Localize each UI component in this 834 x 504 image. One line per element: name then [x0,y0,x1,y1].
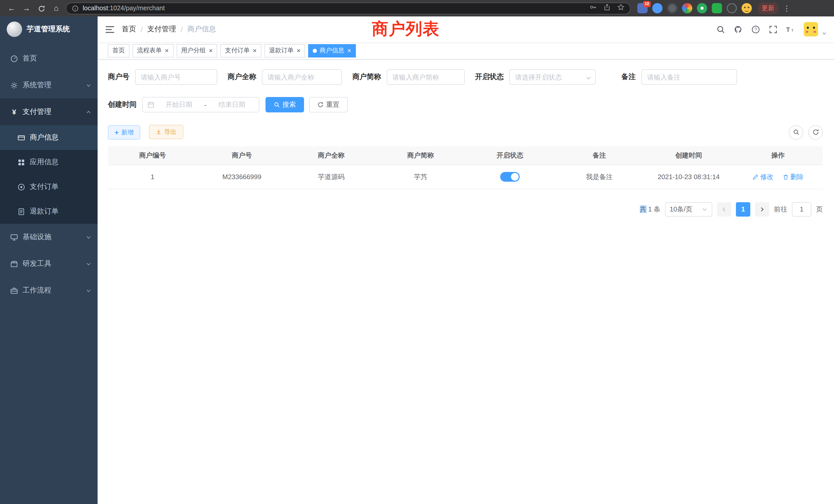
extension-icon-5[interactable] [697,3,707,13]
sidebar-item-merchant-info[interactable]: 商户信息 [0,125,97,150]
tab-user-group[interactable]: 用户分组× [176,44,217,57]
browser-home-icon[interactable]: ⌂ [49,0,64,17]
browser-forward-icon[interactable]: → [19,0,34,17]
refresh-icon [812,129,819,136]
tab-refund-order[interactable]: 退款订单× [264,44,305,57]
fullscreen-icon[interactable] [769,25,777,33]
toggle-search-button[interactable] [789,125,803,139]
page-info-icon[interactable] [72,5,79,12]
col-status: 开启状态 [465,146,555,165]
extension-icon-3[interactable] [667,3,677,13]
cell-short-name: 芋艿 [376,165,465,189]
page-size-select[interactable]: 10条/页 [665,202,712,216]
table-header-row: 商户编号 商户号 商户全称 商户简称 开启状态 备注 创建时间 操作 [108,146,823,165]
address-bar[interactable]: localhost:1024/pay/merchant [66,2,631,14]
browser-back-icon[interactable]: ← [4,0,19,17]
sidebar-item-infra[interactable]: 基础设施 [0,224,97,250]
breadcrumb-payment[interactable]: 支付管理 [147,25,176,34]
sidebar-item-home[interactable]: 首页 [0,45,97,72]
refresh-button[interactable] [808,125,823,139]
edit-link[interactable]: 修改 [752,172,773,181]
chevron-down-icon [86,261,91,267]
cell-merchant-id: 1 [108,165,197,189]
next-page-button[interactable] [755,202,769,216]
export-button[interactable]: 导出 [149,125,183,139]
trash-icon [783,174,789,180]
extension-icon-7[interactable] [727,3,737,13]
status-select[interactable] [509,69,596,85]
help-icon[interactable]: ? [751,25,760,33]
page-number-button[interactable]: 1 [736,202,750,216]
logo-avatar [7,22,22,37]
sidebar-item-dev-tools[interactable]: 研发工具 [0,250,97,277]
sidebar-item-system[interactable]: 系统管理 [0,72,97,98]
top-navbar: 首页 / 支付管理 / 商户信息 商户列表 ? [97,17,834,42]
create-time-label: 创建时间 [108,100,137,109]
date-separator: - [203,101,208,109]
merchant-no-label: 商户号 [108,72,129,82]
app-title: 芋道管理系统 [27,25,70,34]
tab-process-form[interactable]: 流程表单× [132,44,173,57]
merchant-table: 商户编号 商户号 商户全称 商户简称 开启状态 备注 创建时间 操作 1 M23… [108,146,823,189]
page-content: 商户号 商户全称 商户简称 开启状态 [97,60,834,216]
tab-home[interactable]: 首页 [108,44,129,57]
tab-merchant-info[interactable]: 商户信息× [308,44,356,57]
merchant-name-input[interactable] [262,69,342,85]
password-key-icon[interactable] [590,4,597,13]
close-icon[interactable]: × [209,47,213,54]
screen: ← → ⌂ localhost:1024/pay/merchant [0,0,834,504]
extension-badge: 10 [643,1,651,7]
close-icon[interactable]: × [253,47,257,54]
search-icon[interactable] [717,25,725,33]
chevron-down-icon [86,288,91,293]
delete-link[interactable]: 删除 [783,172,804,181]
status-toggle[interactable] [500,172,520,182]
date-end-placeholder: 结束日期 [210,100,254,109]
search-icon [793,129,799,136]
merchant-no-input[interactable] [135,69,217,85]
goto-label: 前往 [774,205,787,214]
user-avatar[interactable] [804,22,818,37]
goto-suffix: 页 [816,205,823,214]
remark-input[interactable] [641,69,737,85]
extension-icon-4[interactable] [682,3,692,13]
sidebar-item-refund-order[interactable]: 退款订单 [0,199,97,224]
prev-page-button[interactable] [717,202,731,216]
font-size-icon[interactable]: TT [786,25,795,33]
close-icon[interactable]: × [347,47,351,54]
share-icon[interactable] [603,4,611,13]
sidebar-item-payment[interactable]: ¥ 支付管理 [0,98,97,125]
github-icon[interactable] [734,25,743,33]
hamburger-icon[interactable] [105,25,114,33]
browser-menu-icon[interactable]: ⋮ [782,4,791,12]
extension-icon-6[interactable] [712,3,722,13]
goto-page-input[interactable] [792,202,811,216]
calendar-icon [147,101,155,108]
bookmark-star-icon[interactable] [617,4,624,13]
caret-down-icon[interactable] [822,31,827,36]
reset-button[interactable]: 重置 [309,97,348,112]
sidebar-item-app-info[interactable]: 应用信息 [0,150,97,175]
profile-avatar-icon[interactable] [742,3,752,13]
sidebar-item-workflow[interactable]: 工作流程 [0,277,97,304]
tab-pay-order[interactable]: 支付订单× [220,44,261,57]
browser-toolbar: ← → ⌂ localhost:1024/pay/merchant [0,0,834,17]
date-range-picker[interactable]: 开始日期 - 结束日期 [142,97,259,112]
chrome-update-button[interactable]: 更新 [758,2,778,14]
search-button[interactable]: 搜索 [265,97,304,112]
add-button[interactable]: + 新增 [108,125,140,140]
chevron-left-icon [721,206,727,212]
extension-icon-1[interactable]: 10 [637,3,648,13]
browser-reload-icon[interactable] [34,0,49,17]
breadcrumb-home[interactable]: 首页 [122,25,136,34]
merchant-short-input[interactable] [387,69,465,85]
extension-icon-2[interactable] [652,3,662,13]
extensions-area: 10 [637,3,752,13]
sidebar-menu: 首页 系统管理 ¥ 支付管理 商户信息 应用信息 [0,42,97,304]
sidebar-item-pay-order[interactable]: 支付订单 [0,175,97,199]
sidebar: 芋道管理系统 首页 系统管理 ¥ 支付管理 商户信息 [0,17,97,504]
close-icon[interactable]: × [165,47,169,54]
close-icon[interactable]: × [297,47,301,54]
app-logo[interactable]: 芋道管理系统 [0,17,97,42]
url-text: localhost:1024/pay/merchant [83,5,165,12]
